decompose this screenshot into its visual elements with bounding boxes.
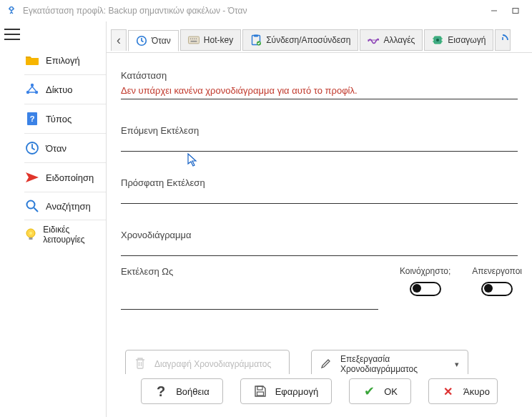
schedule-label: Χρονοδιάγραμμα (121, 230, 518, 240)
svg-rect-2 (513, 9, 518, 14)
svg-point-3 (31, 84, 34, 87)
cancel-label: Άκυρο (463, 386, 490, 397)
recent-run-value (121, 188, 518, 204)
sidebar-item-when[interactable]: Όταν (24, 134, 106, 162)
chevron-down-icon (455, 359, 459, 369)
app-icon (6, 5, 17, 16)
svg-rect-31 (257, 386, 262, 390)
wave-icon (368, 34, 379, 46)
notify-icon (24, 170, 40, 185)
svg-point-0 (10, 7, 14, 11)
sidebar-item-selection[interactable]: Επιλογή (24, 46, 106, 74)
runas-label: Εκτέλεση Ως (121, 266, 378, 277)
svg-rect-32 (257, 392, 263, 396)
svg-rect-12 (29, 237, 33, 240)
svg-rect-15 (188, 36, 199, 44)
clipboard-icon (250, 34, 262, 46)
clock-icon (136, 35, 147, 46)
svg-point-19 (196, 38, 197, 39)
window-title: Εγκατάσταση προφίλ: Backup σημαντικών φα… (23, 6, 483, 16)
folder-icon (24, 52, 40, 68)
tab-insert[interactable]: Εισαγωγή (424, 29, 493, 51)
sidebar-item-label: Όταν (46, 143, 66, 154)
panel-body: Κατάσταση Δεν υπάρχει κανένα χρονοδιάγρα… (107, 53, 532, 374)
svg-rect-20 (190, 40, 197, 41)
bulb-icon (24, 227, 37, 242)
tab-back-button[interactable] (111, 29, 127, 51)
svg-text:?: ? (30, 114, 35, 123)
apply-label: Εφαρμογή (275, 386, 318, 397)
sidebar: Επιλογή Δίκτυο ? Τύπος Όταν Ειδοποίηση Α… (24, 21, 107, 417)
tab-when[interactable]: Όταν (128, 30, 179, 51)
pencil-icon (320, 358, 332, 371)
chip-icon (432, 34, 443, 46)
svg-line-10 (34, 208, 39, 212)
shared-label: Κοινόχρηστο; (400, 266, 450, 276)
search-icon (24, 198, 40, 214)
question-icon: ? (154, 385, 167, 398)
tab-label: Εισαγωγή (448, 35, 486, 45)
footer: ? Βοήθεια Εφαρμογή ✔ OK ✕ Άκυρο (107, 374, 532, 417)
cancel-button[interactable]: ✕ Άκυρο (428, 378, 498, 404)
edit-schedule-button[interactable]: Επεξεργασία Χρονοδιαγράμματος (311, 350, 468, 374)
disabled-label: Απενεργοποι (472, 266, 522, 276)
delete-schedule-button: Διαγραφή Χρονοδιαγράμματος (125, 350, 290, 374)
svg-point-13 (29, 232, 32, 235)
delete-schedule-label: Διαγραφή Χρονοδιαγράμματος (154, 359, 271, 369)
schedule-value (121, 240, 518, 256)
svg-point-4 (26, 91, 29, 94)
sidebar-item-network[interactable]: Δίκτυο (24, 75, 106, 104)
status-value: Δεν υπάρχει κανένα χρονοδιάγραμμα για αυ… (121, 81, 518, 99)
content-area: Όταν Hot-key Σύνδεση/Αποσύνδεση Αλλαγές … (107, 21, 532, 417)
close-icon: ✕ (442, 385, 455, 398)
svg-point-17 (192, 38, 193, 39)
tab-changes[interactable]: Αλλαγές (360, 29, 423, 51)
sidebar-item-label: Ειδικές λειτουργίες (43, 225, 102, 245)
help-button[interactable]: ? Βοήθεια (141, 378, 223, 404)
sidebar-item-label: Δίκτυο (46, 84, 73, 95)
sidebar-item-label: Ειδοποίηση (46, 172, 94, 183)
keyboard-icon (188, 34, 200, 46)
network-icon (24, 82, 40, 97)
runas-value (121, 290, 378, 310)
shared-toggle[interactable] (410, 282, 441, 296)
type-icon: ? (24, 111, 40, 127)
tab-overflow[interactable] (495, 29, 511, 51)
disabled-toggle[interactable] (481, 282, 513, 296)
sidebar-item-label: Επιλογή (46, 55, 80, 66)
menu-handle-column (0, 21, 24, 417)
hamburger-menu[interactable] (4, 29, 20, 40)
sidebar-item-type[interactable]: ? Τύπος (24, 104, 106, 133)
clock-icon (497, 34, 508, 46)
minimize-button[interactable] (483, 2, 505, 19)
svg-point-5 (35, 91, 38, 94)
chevron-left-icon (117, 33, 121, 48)
next-run-label: Επόμενη Εκτέλεση (121, 125, 518, 136)
titlebar: Εγκατάσταση προφίλ: Backup σημαντικών φα… (0, 0, 532, 21)
svg-point-16 (190, 38, 192, 39)
svg-point-26 (436, 39, 439, 41)
svg-rect-22 (254, 34, 258, 36)
edit-schedule-label: Επεξεργασία Χρονοδιαγράμματος (340, 354, 418, 374)
tab-bar: Όταν Hot-key Σύνδεση/Αποσύνδεση Αλλαγές … (107, 21, 532, 53)
next-run-value (121, 136, 518, 152)
svg-point-18 (194, 38, 195, 39)
tab-login-logout[interactable]: Σύνδεση/Αποσύνδεση (242, 29, 358, 51)
ok-button[interactable]: ✔ OK (349, 378, 411, 404)
tab-label: Σύνδεση/Αποσύνδεση (266, 35, 350, 45)
tab-label: Αλλαγές (383, 35, 415, 45)
svg-point-9 (27, 201, 35, 209)
tab-label: Hot-key (204, 35, 233, 45)
sidebar-item-notify[interactable]: Ειδοποίηση (24, 163, 106, 192)
apply-button[interactable]: Εφαρμογή (240, 378, 332, 404)
status-label: Κατάσταση (121, 70, 518, 81)
trash-icon (134, 357, 146, 372)
maximize-button[interactable] (505, 2, 526, 19)
sidebar-item-search[interactable]: Αναζήτηση (24, 192, 106, 220)
tab-label: Όταν (152, 36, 171, 46)
ok-label: OK (384, 386, 398, 397)
tab-hotkey[interactable]: Hot-key (180, 29, 241, 51)
sidebar-item-special[interactable]: Ειδικές λειτουργίες (24, 220, 106, 249)
sidebar-item-label: Τύπος (46, 114, 72, 124)
help-label: Βοήθεια (176, 386, 210, 397)
